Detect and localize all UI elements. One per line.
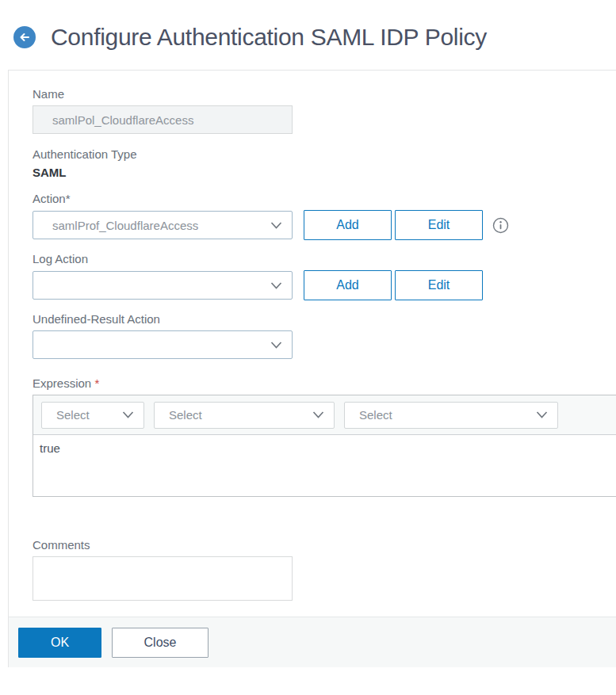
chevron-down-icon — [536, 411, 548, 418]
expression-select-1-value: Select — [56, 408, 122, 422]
form-body: Name Authentication Type SAML Action* sa… — [9, 71, 616, 617]
name-input[interactable] — [33, 105, 293, 134]
comments-label: Comments — [33, 538, 616, 552]
log-action-row: Add Edit — [33, 270, 616, 300]
authentication-type-label: Authentication Type — [33, 147, 616, 162]
required-asterisk: * — [94, 376, 99, 390]
chevron-down-icon — [270, 222, 282, 229]
expression-editor-toolbar: Select Select Select — [33, 395, 616, 435]
log-action-add-button[interactable]: Add — [304, 270, 392, 300]
chevron-down-icon — [270, 342, 282, 349]
log-action-edit-button[interactable]: Edit — [395, 270, 483, 300]
close-button[interactable]: Close — [112, 628, 209, 658]
log-action-select[interactable] — [33, 271, 293, 300]
expression-label: Expression * — [33, 376, 616, 391]
form-footer: OK Close — [9, 617, 616, 667]
arrow-left-icon — [18, 31, 31, 44]
comments-input[interactable] — [33, 556, 293, 601]
chevron-down-icon — [122, 411, 134, 418]
chevron-down-icon — [312, 411, 324, 418]
undefined-result-action-select[interactable] — [33, 330, 293, 359]
action-select[interactable]: samlProf_CloudflareAccess — [33, 211, 293, 239]
page-header: Configure Authentication SAML IDP Policy — [0, 0, 616, 70]
configure-saml-idp-policy-page: Configure Authentication SAML IDP Policy… — [0, 0, 616, 667]
undefined-result-action-label: Undefined-Result Action — [33, 312, 616, 326]
expression-editor: Select Select Select — [33, 395, 616, 497]
authentication-type-value: SAML — [33, 166, 616, 179]
action-select-value: samlProf_CloudflareAccess — [52, 219, 270, 232]
action-row: samlProf_CloudflareAccess Add Edit — [33, 210, 616, 240]
undefined-result-action-row — [33, 330, 616, 359]
expression-select-1[interactable]: Select — [41, 402, 144, 429]
info-circle-icon — [492, 217, 509, 234]
expression-select-3-value: Select — [359, 408, 536, 422]
expression-label-text: Expression — [33, 376, 91, 390]
expression-select-2-value: Select — [169, 408, 312, 422]
page-title: Configure Authentication SAML IDP Policy — [51, 24, 487, 51]
action-add-button[interactable]: Add — [304, 210, 392, 240]
ok-button[interactable]: OK — [18, 628, 101, 658]
info-icon[interactable] — [492, 217, 509, 234]
form-panel: Name Authentication Type SAML Action* sa… — [8, 70, 616, 667]
chevron-down-icon — [270, 282, 282, 289]
expression-input[interactable]: true — [33, 435, 616, 496]
action-edit-button[interactable]: Edit — [395, 210, 483, 240]
name-label: Name — [33, 87, 616, 101]
expression-select-3[interactable]: Select — [344, 402, 558, 429]
log-action-label: Log Action — [33, 252, 616, 266]
back-button[interactable] — [13, 26, 36, 48]
expression-select-2[interactable]: Select — [154, 402, 335, 429]
action-label: Action* — [33, 192, 616, 206]
